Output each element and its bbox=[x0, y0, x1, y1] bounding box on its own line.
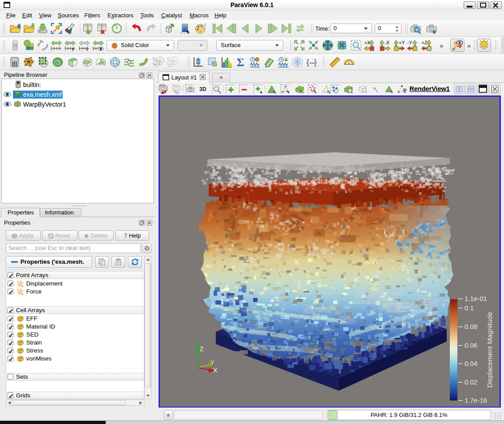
svg-text:0.04: 0.04 bbox=[464, 360, 477, 367]
svg-text:Σ: Σ bbox=[237, 56, 244, 68]
svg-text:-Y: -Y bbox=[407, 40, 413, 45]
svg-text:+X: +X bbox=[364, 40, 370, 45]
svg-text:0.1: 0.1 bbox=[464, 304, 474, 312]
svg-text:1.7e-16: 1.7e-16 bbox=[464, 396, 487, 404]
svg-text:+Z: +Z bbox=[421, 40, 427, 45]
svg-text:0.08: 0.08 bbox=[464, 323, 477, 330]
svg-text:}: } bbox=[314, 57, 317, 67]
svg-text:c: c bbox=[72, 46, 75, 51]
svg-text:t: t bbox=[86, 46, 88, 51]
svg-text:-X: -X bbox=[385, 40, 390, 45]
svg-text:+Y: +Y bbox=[399, 40, 405, 45]
svg-text:Z: Z bbox=[200, 345, 204, 353]
svg-text:{: { bbox=[306, 57, 310, 67]
svg-text:X: X bbox=[213, 367, 218, 374]
svg-text:Displacement Magnitude: Displacement Magnitude bbox=[486, 312, 493, 388]
svg-text:0.02: 0.02 bbox=[464, 378, 477, 386]
svg-text:0.06: 0.06 bbox=[464, 341, 477, 349]
svg-text:1.1e-01: 1.1e-01 bbox=[464, 295, 487, 302]
svg-text:Y: Y bbox=[210, 359, 214, 366]
